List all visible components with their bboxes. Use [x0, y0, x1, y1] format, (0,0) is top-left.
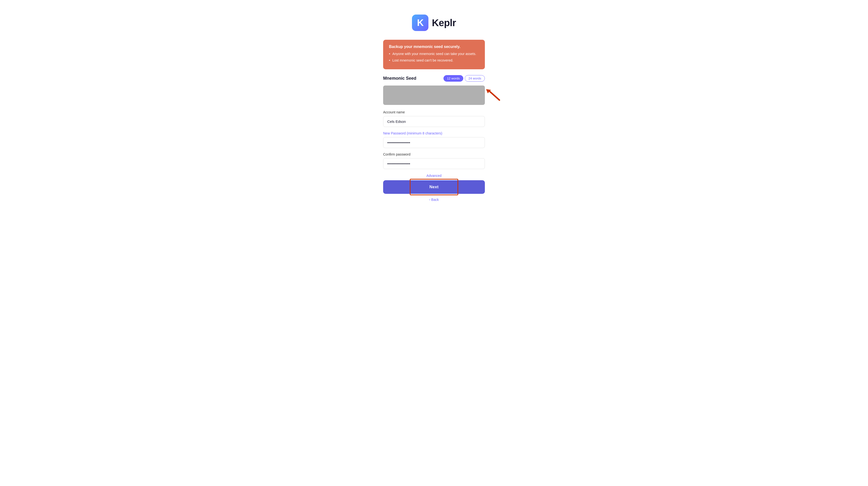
password-label: New Password (minimum 8 characters): [383, 131, 485, 135]
warning-box: Backup your mnemonic seed securely. Anyo…: [383, 40, 485, 69]
btn-24-words[interactable]: 24 words: [465, 75, 485, 82]
account-name-input[interactable]: [383, 116, 485, 127]
confirm-password-group: Confirm password: [383, 152, 485, 169]
mnemonic-header: Mnemonic Seed 12 words 24 words: [383, 75, 485, 82]
seed-placeholder-box: [383, 86, 485, 105]
svg-line-0: [489, 90, 499, 100]
warning-item-2: Lost mnemonic seed can't be recovered.: [389, 58, 479, 63]
app-logo-icon: K: [412, 14, 428, 31]
word-count-buttons: 12 words 24 words: [443, 75, 485, 82]
red-arrow-icon: [485, 88, 502, 102]
account-name-group: Account name: [383, 110, 485, 127]
next-button[interactable]: Next: [383, 180, 485, 194]
confirm-password-label: Confirm password: [383, 152, 485, 156]
back-link-area: ‹ Back: [383, 197, 485, 202]
arrow-indicator: [485, 88, 502, 103]
logo-area: K Keplr: [412, 14, 456, 31]
warning-list: Anyone with your mnemonic seed can take …: [389, 51, 479, 63]
back-link[interactable]: ‹ Back: [429, 198, 439, 202]
btn-12-words[interactable]: 12 words: [443, 75, 464, 82]
next-button-wrapper: Next: [383, 180, 485, 194]
advanced-link-area: Advanced: [383, 174, 485, 178]
warning-item-1: Anyone with your mnemonic seed can take …: [389, 51, 479, 56]
advanced-link[interactable]: Advanced: [427, 174, 441, 178]
password-group: New Password (minimum 8 characters): [383, 131, 485, 148]
app-title: Keplr: [432, 18, 456, 28]
password-input[interactable]: [383, 137, 485, 148]
chevron-left-icon: ‹: [429, 198, 430, 201]
warning-title: Backup your mnemonic seed securely.: [389, 44, 479, 49]
account-name-label: Account name: [383, 110, 485, 114]
mnemonic-title: Mnemonic Seed: [383, 76, 416, 81]
main-content: Backup your mnemonic seed securely. Anyo…: [383, 40, 485, 202]
confirm-password-input[interactable]: [383, 158, 485, 169]
seed-container: [383, 86, 485, 105]
